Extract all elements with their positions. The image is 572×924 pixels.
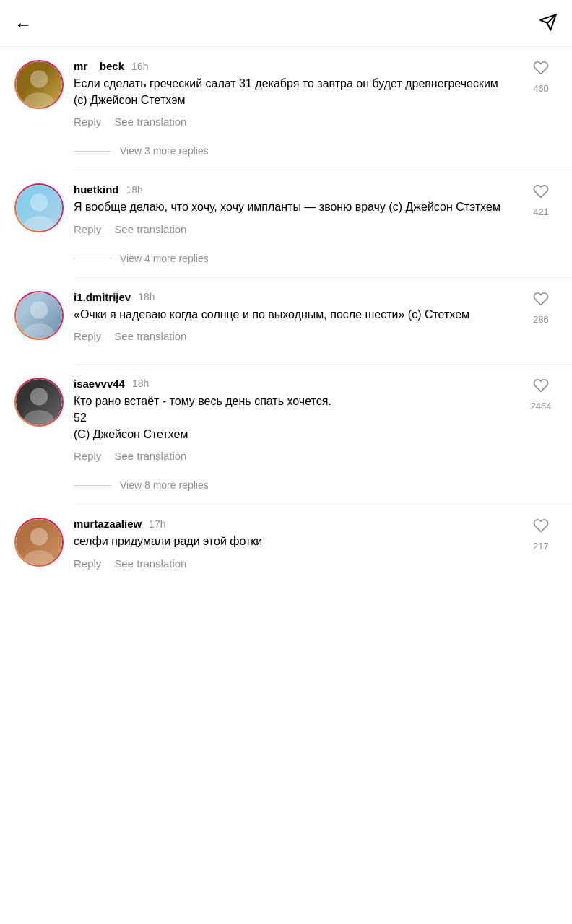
svg-point-13 [24,410,53,425]
heart-icon[interactable] [533,518,549,538]
comment-block: murtazaaliew17hселфи придумали ради этой… [0,505,572,579]
like-section: 2464 [524,378,558,411]
avatar[interactable] [14,183,64,232]
view-more-row: View 4 more replies [0,245,572,277]
divider-line [74,258,111,258]
view-more-replies-button[interactable]: View 4 more replies [120,253,209,264]
comment-username[interactable]: mr__beck [74,60,124,72]
svg-point-9 [30,301,48,318]
comment-text: Кто рано встаёт - тому весь день спать х… [74,393,514,443]
comment-text: Если сделать греческий салат 31 декабря … [74,75,514,108]
comment-row: murtazaaliew17hселфи придумали ради этой… [14,518,558,579]
comment-username[interactable]: isaevvv44 [74,378,125,390]
comment-block: mr__beck16hЕсли сделать греческий салат … [0,47,572,138]
comment-meta: huetkind18h [74,183,514,196]
comment-actions: ReplySee translation [74,223,514,235]
like-section: 460 [524,60,558,94]
like-section: 286 [524,291,558,325]
avatar[interactable] [14,378,64,427]
avatar[interactable] [14,518,64,567]
svg-point-10 [24,323,53,339]
heart-icon[interactable] [533,183,549,204]
comment-content: i1.dmitrijev18h«Очки я надеваю когда сол… [74,291,514,352]
view-more-row: View 3 more replies [0,138,572,170]
comment-block: i1.dmitrijev18h«Очки я надеваю когда сол… [0,278,572,352]
comment-time: 18h [138,291,155,302]
comment-content: isaevvv4418hКто рано встаёт - тому весь … [74,378,514,473]
comment-time: 16h [131,61,148,72]
comments-header: ← [0,0,572,47]
comment-actions: ReplySee translation [74,116,514,128]
like-section: 217 [524,518,558,552]
like-count: 460 [533,83,549,94]
comment-text: селфи придумали ради этой фотки [74,533,514,549]
view-more-replies-button[interactable]: View 8 more replies [120,479,209,491]
comment-content: mr__beck16hЕсли сделать греческий салат … [74,60,514,138]
comment-content: murtazaaliew17hселфи придумали ради этой… [74,518,514,579]
divider-line [74,485,111,486]
heart-icon[interactable] [533,378,549,398]
comment-meta: i1.dmitrijev18h [74,291,514,303]
reply-button[interactable]: Reply [74,557,101,570]
avatar[interactable] [14,60,64,109]
send-icon[interactable] [539,13,558,36]
like-count: 286 [533,314,549,325]
comment-text: Я вообще делаю, что хочу, хочу импланты … [74,199,514,215]
divider-line [74,151,111,152]
see-translation-button[interactable]: See translation [114,330,186,342]
svg-point-12 [30,388,48,405]
like-count: 421 [533,206,549,217]
comment-time: 18h [132,378,149,389]
heart-icon[interactable] [533,60,549,80]
comment-username[interactable]: i1.dmitrijev [74,291,131,303]
svg-point-3 [30,70,48,87]
comment-row: mr__beck16hЕсли сделать греческий салат … [14,60,558,138]
comment-actions: ReplySee translation [74,330,514,342]
comment-actions: ReplySee translation [74,450,514,462]
comment-block: huetkind18hЯ вообще делаю, что хочу, хоч… [0,170,572,245]
see-translation-button[interactable]: See translation [114,450,186,462]
comment-time: 18h [126,184,143,196]
heart-icon[interactable] [533,291,549,311]
comment-actions: ReplySee translation [74,557,514,570]
reply-button[interactable]: Reply [74,116,101,128]
like-section: 421 [524,183,558,217]
comment-block: isaevvv4418hКто рано встаёт - тому весь … [0,365,572,473]
comments-list: mr__beck16hЕсли сделать греческий салат … [0,47,572,591]
view-more-row: View 8 more replies [0,472,572,504]
comment-text: «Очки я надеваю когда солнце и по выходн… [74,306,514,323]
comment-row: isaevvv4418hКто рано встаёт - тому весь … [14,378,558,473]
comment-meta: isaevvv4418h [74,378,514,390]
see-translation-button[interactable]: See translation [114,116,186,128]
see-translation-button[interactable]: See translation [114,223,186,235]
avatar[interactable] [14,291,64,340]
like-count: 2464 [531,401,552,411]
reply-button[interactable]: Reply [74,223,101,235]
comment-time: 17h [149,518,165,530]
svg-point-4 [24,92,53,108]
view-more-replies-button[interactable]: View 3 more replies [120,145,209,157]
back-button[interactable]: ← [14,14,32,35]
comment-meta: murtazaaliew17h [74,518,514,530]
reply-button[interactable]: Reply [74,330,101,342]
comment-content: huetkind18hЯ вообще делаю, что хочу, хоч… [74,183,514,245]
comment-row: i1.dmitrijev18h«Очки я надеваю когда сол… [14,291,558,352]
comment-username[interactable]: huetkind [74,183,119,196]
see-translation-button[interactable]: See translation [114,557,186,570]
svg-point-15 [30,528,48,546]
svg-point-6 [30,194,48,212]
svg-point-16 [24,551,53,566]
reply-button[interactable]: Reply [74,450,101,462]
comment-row: huetkind18hЯ вообще делаю, что хочу, хоч… [14,183,558,245]
comment-meta: mr__beck16h [74,60,514,72]
comment-username[interactable]: murtazaaliew [74,518,142,530]
like-count: 217 [533,541,549,552]
svg-point-7 [24,217,53,232]
